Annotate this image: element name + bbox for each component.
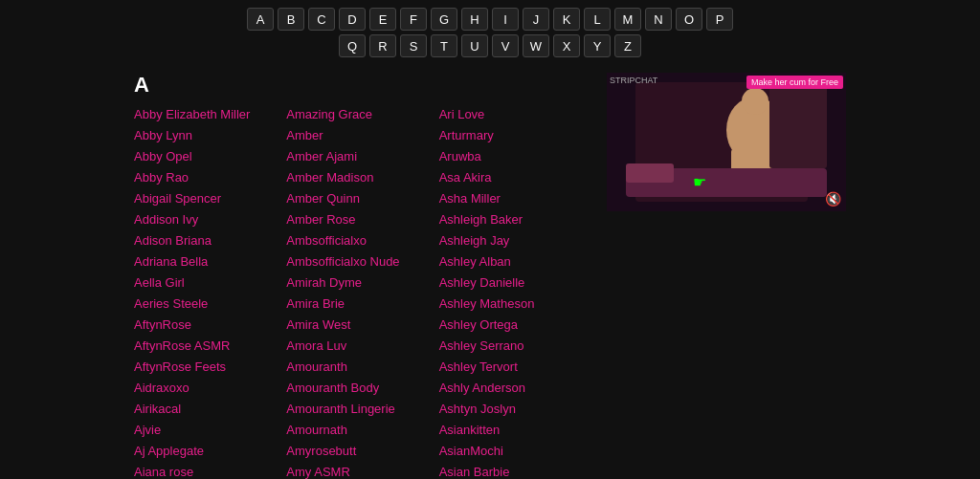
list-item[interactable]: Aella Girl — [134, 273, 286, 293]
list-item[interactable]: Aidraxoxo — [134, 379, 286, 398]
ad-image: ☛ — [607, 73, 846, 211]
alpha-btn-e[interactable]: E — [369, 8, 396, 31]
list-item[interactable]: Aj Applegate — [134, 442, 286, 461]
alpha-btn-t[interactable]: T — [431, 34, 457, 57]
list-item[interactable]: Amouranth Lingerie — [286, 400, 438, 419]
list-item[interactable]: Amouranth — [286, 358, 438, 377]
list-item[interactable]: AftynRose Feets — [134, 358, 286, 377]
alpha-btn-c[interactable]: C — [308, 8, 335, 31]
list-item[interactable]: Ashley Matheson — [439, 294, 591, 314]
list-item[interactable]: Addison Ivy — [134, 210, 286, 229]
list-item[interactable]: Ashley Serrano — [439, 337, 591, 356]
names-grid: Abby Elizabeth MillerAmazing GraceAri Lo… — [134, 105, 591, 479]
list-item[interactable]: Amazing Grace — [286, 105, 438, 124]
list-item[interactable]: Adriana Bella — [134, 252, 286, 272]
list-item[interactable]: Ashtyn Joslyn — [439, 400, 591, 419]
alpha-row-2: QRSTUVWXYZ — [339, 34, 641, 57]
list-item[interactable]: Asian Barbie — [439, 463, 591, 479]
alpha-row-1: ABCDEFGHIJKLMNOP — [247, 8, 733, 31]
section-letter: A — [134, 73, 591, 98]
list-item[interactable]: Ajvie — [134, 421, 286, 440]
list-item[interactable]: Ashley Tervort — [439, 358, 591, 377]
list-item[interactable]: Amirah Dyme — [286, 273, 438, 293]
list-item[interactable]: Amyrosebutt — [286, 442, 438, 461]
alpha-btn-y[interactable]: Y — [584, 34, 611, 57]
list-item[interactable]: Ashley Danielle — [439, 273, 591, 293]
alpha-btn-g[interactable]: G — [431, 8, 457, 31]
list-item[interactable]: Amy ASMR — [286, 463, 438, 479]
list-item[interactable]: Abigail Spencer — [134, 189, 286, 208]
alpha-btn-a[interactable]: A — [247, 8, 274, 31]
alpha-btn-k[interactable]: K — [553, 8, 580, 31]
list-item[interactable]: Aruwba — [439, 147, 591, 166]
list-item[interactable]: Ambsofficialxo Nude — [286, 252, 438, 272]
alpha-btn-x[interactable]: X — [553, 34, 580, 57]
alpha-btn-w[interactable]: W — [523, 34, 549, 57]
list-item[interactable]: Asha Miller — [439, 189, 591, 208]
list-item[interactable]: Amora Luv — [286, 337, 438, 356]
alpha-btn-b[interactable]: B — [278, 8, 304, 31]
list-item[interactable]: Amouranth Body — [286, 379, 438, 398]
list-item[interactable]: Amber Madison — [286, 168, 438, 187]
alpha-btn-n[interactable]: N — [645, 8, 672, 31]
list-item[interactable]: AftynRose — [134, 316, 286, 335]
list-item[interactable]: Abby Rao — [134, 168, 286, 187]
alpha-btn-j[interactable]: J — [523, 8, 549, 31]
alpha-btn-r[interactable]: R — [369, 34, 396, 57]
list-item[interactable]: Ashley Ortega — [439, 316, 591, 335]
list-item[interactable]: Ashly Anderson — [439, 379, 591, 398]
content-area: A Abby Elizabeth MillerAmazing GraceAri … — [0, 65, 980, 479]
alpha-btn-f[interactable]: F — [400, 8, 427, 31]
ad-site-label: STRIPCHAT — [610, 76, 657, 85]
list-item[interactable]: Ashleigh Jay — [439, 231, 591, 250]
alphabet-nav: ABCDEFGHIJKLMNOP QRSTUVWXYZ — [0, 0, 980, 65]
svg-point-3 — [742, 88, 768, 115]
list-item[interactable]: AsianMochi — [439, 442, 591, 461]
list-item[interactable]: Amournath — [286, 421, 438, 440]
list-item[interactable]: Abby Elizabeth Miller — [134, 105, 286, 124]
list-item[interactable]: Asa Akira — [439, 168, 591, 187]
alpha-btn-i[interactable]: I — [492, 8, 519, 31]
list-item[interactable]: Abby Opel — [134, 147, 286, 166]
alpha-btn-s[interactable]: S — [400, 34, 427, 57]
list-item[interactable]: Ari Love — [439, 105, 591, 124]
alpha-btn-q[interactable]: Q — [339, 34, 366, 57]
list-item[interactable]: Airikacal — [134, 400, 286, 419]
alpha-btn-p[interactable]: P — [706, 8, 733, 31]
alpha-btn-z[interactable]: Z — [614, 34, 641, 57]
list-item[interactable]: Amber Quinn — [286, 189, 438, 208]
list-item[interactable]: Asiankitten — [439, 421, 591, 440]
alpha-btn-l[interactable]: L — [584, 8, 611, 31]
list-item[interactable]: Amber Rose — [286, 210, 438, 229]
svg-rect-7 — [769, 82, 827, 168]
svg-rect-6 — [626, 163, 674, 183]
list-item[interactable]: Ashley Alban — [439, 252, 591, 272]
list-item[interactable]: Adison Briana — [134, 231, 286, 250]
alpha-btn-d[interactable]: D — [339, 8, 366, 31]
svg-text:☛: ☛ — [693, 174, 706, 190]
alpha-btn-h[interactable]: H — [461, 8, 488, 31]
list-item[interactable]: Ashleigh Baker — [439, 210, 591, 229]
list-item[interactable]: Ambsofficialxo — [286, 231, 438, 250]
list-item[interactable]: Arturmary — [439, 126, 591, 145]
list-item[interactable]: Amber Ajami — [286, 147, 438, 166]
page-wrapper: ABCDEFGHIJKLMNOP QRSTUVWXYZ A Abby Eliza… — [0, 0, 980, 479]
alpha-btn-v[interactable]: V — [492, 34, 519, 57]
names-section: A Abby Elizabeth MillerAmazing GraceAri … — [134, 73, 591, 479]
ad-mute-button[interactable]: 🔇 — [825, 191, 841, 207]
list-item[interactable]: Amira West — [286, 316, 438, 335]
list-item[interactable]: Abby Lynn — [134, 126, 286, 145]
list-item[interactable]: AftynRose ASMR — [134, 337, 286, 356]
list-item[interactable]: Aiana rose — [134, 463, 286, 479]
ad-cta-button[interactable]: Make her cum for Free — [746, 76, 843, 89]
list-item[interactable]: Amber — [286, 126, 438, 145]
list-item[interactable]: Amira Brie — [286, 294, 438, 314]
ad-widget[interactable]: STRIPCHAT Make her cum for Free ☛ 🔇 — [607, 73, 846, 211]
list-item[interactable]: Aeries Steele — [134, 294, 286, 314]
alpha-btn-m[interactable]: M — [614, 8, 641, 31]
alpha-btn-u[interactable]: U — [461, 34, 488, 57]
alpha-btn-o[interactable]: O — [676, 8, 702, 31]
